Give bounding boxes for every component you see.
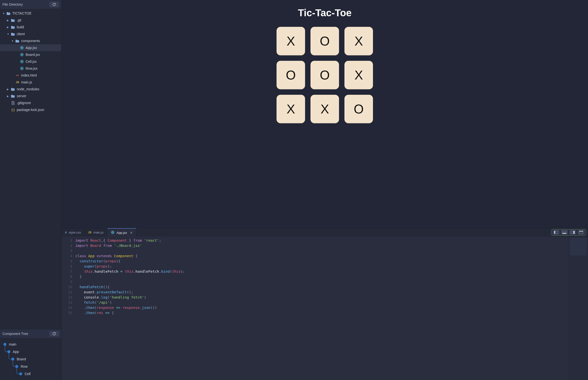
file-directory-title: File Directory (2, 2, 23, 6)
board-cell[interactable]: O (344, 95, 373, 123)
refresh-icon (52, 332, 56, 335)
file-tree-item-label: node_modules (17, 87, 39, 91)
file-tree-item[interactable]: ▼client (0, 31, 61, 38)
file-tree-item-label: .git (17, 18, 21, 22)
component-tree-header: Component Tree (0, 329, 61, 338)
board-cell[interactable]: X (344, 27, 373, 55)
hash-icon: # (65, 231, 67, 234)
app-root: File Directory ▼TICTACTOE▶.git▶build▼cli… (0, 0, 588, 380)
layout-split-button[interactable] (569, 230, 576, 235)
file-tree-item-label: Cell.jsx (26, 59, 37, 63)
layout-maximize-button[interactable] (577, 230, 585, 235)
js-icon: JS (15, 81, 20, 84)
file-tree-item[interactable]: ▶.git (0, 17, 61, 24)
file-tree-item-label: build (17, 25, 24, 29)
react-icon (20, 46, 24, 50)
file-tree-item[interactable]: ▼components (0, 38, 61, 44)
tree-node-icon (15, 365, 18, 368)
component-tree-item-label: Cell (25, 372, 31, 376)
board-cell[interactable]: O (311, 27, 339, 55)
layout-bottom-panel-button[interactable] (561, 230, 568, 235)
svg-rect-23 (562, 233, 566, 234)
file-tree-item-label: App.jsx (26, 46, 37, 50)
svg-point-16 (112, 232, 113, 233)
file-tree-item-label: server (17, 94, 26, 98)
board-cell[interactable]: X (276, 27, 305, 55)
component-tree-refresh-button[interactable] (49, 331, 59, 336)
component-tree-panel: Component Tree mainAppBoardRowCell (0, 329, 61, 380)
preview-title: Tic-Tac-Toe (298, 7, 351, 19)
file-tree-item[interactable]: ▶node_modules (0, 86, 61, 93)
react-icon (20, 59, 24, 63)
editor-tab[interactable]: JSmain.js (85, 228, 107, 237)
svg-point-0 (22, 47, 22, 48)
react-icon (20, 53, 24, 57)
code-area[interactable]: 123456789101112131415 import React,{ Com… (61, 237, 588, 380)
editor-tab-label: main.js (93, 231, 104, 234)
file-directory-refresh-button[interactable] (49, 2, 59, 7)
code-content[interactable]: import React,{ Component } from 'react';… (75, 237, 568, 380)
component-tree-item-label: Board (17, 357, 26, 361)
react-icon (20, 66, 24, 70)
file-tree-item[interactable]: .gitignore (0, 99, 61, 106)
tree-node-icon (3, 343, 6, 346)
file-tree-item[interactable]: <>index.html (0, 72, 61, 79)
line-number-gutter: 123456789101112131415 (61, 237, 75, 380)
panel-bottom-icon (562, 231, 566, 234)
file-tree[interactable]: ▼TICTACTOE▶.git▶build▼client▼componentsA… (0, 9, 61, 329)
react-icon (111, 230, 115, 235)
svg-point-4 (22, 54, 22, 55)
tree-node-icon (7, 350, 10, 353)
file-tree-item-label: Board.jsx (26, 53, 40, 57)
file-tree-item[interactable]: Board.jsx (0, 51, 61, 58)
board-cell[interactable]: X (311, 95, 339, 123)
folder-icon (11, 87, 15, 91)
tree-node-icon (11, 358, 14, 361)
board-cell[interactable]: X (276, 95, 305, 123)
editor-pane: #style.cssJSmain.jsApp.jsx✕ 1 (61, 228, 588, 380)
file-tree-item[interactable]: { }package-lock.json (0, 106, 61, 113)
chevron-down-icon: ▼ (2, 12, 5, 15)
svg-rect-21 (554, 231, 555, 234)
svg-point-12 (22, 68, 22, 69)
file-tree-item-label: main.js (21, 80, 32, 84)
component-tree-item[interactable]: App (3, 348, 61, 355)
file-tree-item-label: components (21, 39, 40, 43)
file-tree-item[interactable]: ▼TICTACTOE (0, 10, 61, 17)
chevron-right-icon: ▶ (7, 95, 10, 97)
board-cell[interactable]: X (344, 61, 373, 89)
folder-icon (11, 94, 15, 98)
layout-controls (551, 229, 586, 236)
file-tree-item[interactable]: JSmain.js (0, 79, 61, 86)
chevron-down-icon: ▼ (7, 33, 10, 36)
chevron-right-icon: ▶ (7, 26, 10, 29)
minimap[interactable] (568, 237, 588, 380)
file-tree-item[interactable]: Row.jsx (0, 65, 61, 72)
file-tree-item-label: .gitignore (17, 101, 31, 105)
close-icon[interactable]: ✕ (130, 231, 133, 235)
chevron-down-icon: ▼ (11, 40, 14, 42)
component-tree-item[interactable]: main (3, 341, 61, 348)
file-tree-item[interactable]: Cell.jsx (0, 58, 61, 65)
board-cell[interactable]: O (311, 61, 339, 89)
editor-tab[interactable]: App.jsx✕ (107, 228, 137, 237)
file-tree-item[interactable]: App.jsx (0, 44, 61, 51)
layout-left-panel-button[interactable] (552, 230, 560, 235)
component-tree-title: Component Tree (2, 332, 28, 336)
folder-icon (11, 19, 15, 22)
chevron-right-icon: ▶ (7, 88, 10, 91)
svg-point-8 (22, 61, 22, 62)
refresh-icon (52, 3, 56, 6)
component-tree[interactable]: mainAppBoardRowCell (0, 338, 61, 380)
component-tree-item-label: App (13, 350, 19, 354)
file-tree-item[interactable]: ▶build (0, 24, 61, 31)
folder-icon (11, 32, 15, 36)
board-cell[interactable]: O (276, 61, 305, 89)
folder-icon (6, 12, 11, 15)
file-tree-item-label: client (17, 32, 25, 36)
component-tree-item[interactable]: Board (3, 355, 61, 363)
file-tree-item[interactable]: ▶server (0, 93, 61, 99)
editor-tab[interactable]: #style.css (61, 228, 85, 237)
component-tree-item[interactable]: Cell (3, 370, 61, 378)
component-tree-item[interactable]: Row (3, 363, 61, 370)
